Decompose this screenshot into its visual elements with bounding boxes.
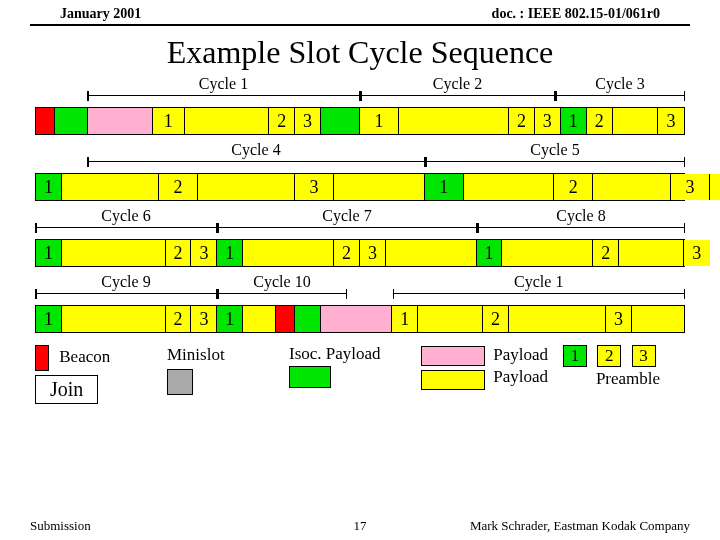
- slot-segment: [198, 174, 295, 200]
- slot-segment: 2: [483, 306, 509, 332]
- slot-segment: [502, 240, 593, 266]
- cycle-label: Cycle 1: [514, 273, 563, 291]
- preamble-2: 2: [597, 345, 621, 367]
- slot-segment: [62, 240, 166, 266]
- bracket-row: [35, 293, 685, 305]
- slot-segment: [321, 306, 392, 332]
- cycle-label-row: Cycle 4Cycle 5: [35, 141, 685, 161]
- cycle-bracket: [425, 161, 685, 171]
- slot-segment: [464, 174, 555, 200]
- legend-payload2: Payload: [493, 367, 548, 386]
- slot-segment: 2: [159, 174, 198, 200]
- cycle-label: Cycle 10: [253, 273, 310, 291]
- slot-segment: 3: [606, 306, 632, 332]
- cycle-bracket: [35, 293, 217, 303]
- legend-beacon: Beacon: [59, 347, 110, 366]
- preamble-3: 3: [632, 345, 656, 367]
- cycle-label: Cycle 3: [595, 75, 644, 93]
- cycle-label: Cycle 7: [322, 207, 371, 225]
- slot-segment: [632, 306, 684, 332]
- slot-segment: 1: [36, 174, 62, 200]
- slot-segment: [276, 306, 295, 332]
- legend-preamble: Preamble: [563, 369, 693, 389]
- slot-segment: 3: [295, 108, 321, 134]
- slot-segment: 1: [36, 306, 62, 332]
- slide-footer: Submission 17 Mark Schrader, Eastman Kod…: [30, 518, 690, 534]
- slot-segment: 1: [217, 240, 243, 266]
- footer-page: 17: [354, 518, 367, 534]
- slot-segment: [334, 174, 425, 200]
- cycle-bracket: [87, 95, 360, 105]
- header-doc: doc. : IEEE 802.15-01/061r0: [492, 6, 660, 22]
- cycle-label-row: Cycle 9Cycle 10Cycle 1: [35, 273, 685, 293]
- slot-segment: 2: [554, 174, 593, 200]
- slot-segment: 2: [587, 108, 613, 134]
- timing-row: Cycle 9Cycle 10Cycle 11231123: [35, 273, 685, 333]
- slot-segment: 3: [535, 108, 561, 134]
- slot-segment: [243, 240, 334, 266]
- slot-segment: 2: [334, 240, 360, 266]
- cycle-label: Cycle 2: [433, 75, 482, 93]
- legend-isoc: Isoc. Payload: [289, 345, 409, 364]
- slot-segment: [386, 240, 477, 266]
- slot-segment: 2: [593, 240, 619, 266]
- slot-segment: 3: [191, 306, 217, 332]
- preamble-1: 1: [563, 345, 587, 367]
- slide-title: Example Slot Cycle Sequence: [0, 34, 720, 71]
- cycle-bracket: [555, 95, 685, 105]
- slot-segment: 3: [295, 174, 334, 200]
- slot-segment: [418, 306, 483, 332]
- slot-segment: 3: [671, 174, 710, 200]
- slot-segment: [36, 108, 55, 134]
- cycle-bracket: [87, 161, 425, 171]
- slot-segment: [710, 174, 720, 200]
- bracket-row: [35, 161, 685, 173]
- slot-segment: 1: [425, 174, 464, 200]
- slot-segment: [62, 174, 159, 200]
- footer-left: Submission: [30, 518, 91, 534]
- slot-segment: 2: [509, 108, 535, 134]
- slot-segment: [55, 108, 87, 134]
- slot-segment: [185, 108, 269, 134]
- legend: Beacon Join Minislot Isoc. Payload Paylo…: [0, 339, 720, 410]
- slot-segment: [619, 240, 684, 266]
- slot-segment: [62, 306, 166, 332]
- cycle-label: Cycle 5: [530, 141, 579, 159]
- slot-segment: 3: [658, 108, 684, 134]
- timing-row: Cycle 6Cycle 7Cycle 8123123123: [35, 207, 685, 267]
- header-date: January 2001: [60, 6, 141, 22]
- slot-segment: [321, 108, 360, 134]
- slot-segment: [399, 108, 509, 134]
- cycle-label: Cycle 4: [231, 141, 280, 159]
- cycle-bracket: [393, 293, 686, 303]
- slot-bar: 123123123: [35, 239, 685, 267]
- cycle-bracket: [360, 95, 555, 105]
- slot-bar: 123123: [35, 173, 685, 201]
- cycle-bracket: [35, 227, 217, 237]
- footer-right: Mark Schrader, Eastman Kodak Company: [470, 518, 690, 534]
- slot-segment: 1: [217, 306, 243, 332]
- slot-segment: 1: [477, 240, 503, 266]
- timing-diagram: Cycle 1Cycle 2Cycle 3123123123Cycle 4Cyc…: [0, 75, 720, 333]
- slot-segment: 2: [166, 240, 192, 266]
- slot-segment: [509, 306, 606, 332]
- timing-row: Cycle 4Cycle 5123123: [35, 141, 685, 201]
- slot-segment: [88, 108, 153, 134]
- cycle-bracket: [477, 227, 685, 237]
- legend-minislot: Minislot: [167, 345, 225, 364]
- slot-segment: 2: [269, 108, 295, 134]
- slot-segment: [613, 108, 658, 134]
- legend-payload1: Payload: [493, 345, 548, 364]
- cycle-label: Cycle 9: [101, 273, 150, 291]
- timing-row: Cycle 1Cycle 2Cycle 3123123123: [35, 75, 685, 135]
- slot-segment: 3: [360, 240, 386, 266]
- slot-segment: [295, 306, 321, 332]
- slot-segment: 1: [153, 108, 185, 134]
- slot-segment: [593, 174, 671, 200]
- slot-segment: [243, 306, 275, 332]
- cycle-label: Cycle 1: [199, 75, 248, 93]
- cycle-bracket: [217, 227, 477, 237]
- bracket-row: [35, 95, 685, 107]
- cycle-label-row: Cycle 6Cycle 7Cycle 8: [35, 207, 685, 227]
- slot-segment: 1: [561, 108, 587, 134]
